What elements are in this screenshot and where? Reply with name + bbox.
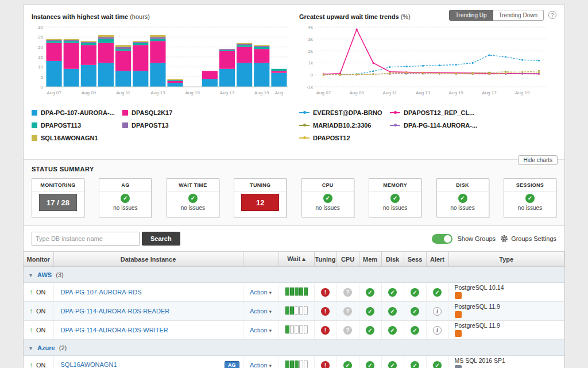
legend-item[interactable]: MARIADB10.2:3306	[299, 119, 390, 132]
trending-down-button[interactable]: Trending Down	[493, 10, 544, 21]
tuning-status-icon[interactable]: !	[321, 307, 330, 316]
legend-item[interactable]: EVEREST@DPA-BRNO	[299, 106, 390, 119]
line-chart[interactable]: -1k01k2k3k4kAug 07Aug 09Aug 11Aug 13Aug …	[299, 22, 552, 97]
cpu-status-icon[interactable]: ?	[343, 307, 352, 316]
sess-status-icon[interactable]: ✓	[411, 307, 419, 316]
status-card-memory[interactable]: MEMORY ✓ no issues	[369, 178, 421, 217]
disk-status-icon[interactable]: ✓	[388, 326, 397, 335]
mem-status-icon[interactable]: ✓	[366, 307, 374, 316]
group-row-aws[interactable]: ▾ AWS (3)	[24, 267, 564, 283]
show-groups-toggle[interactable]	[432, 234, 452, 244]
legend-item[interactable]: SQL16AWONAGN1	[32, 132, 122, 144]
wait-level-bars[interactable]	[285, 361, 308, 368]
status-card-sessions[interactable]: SESSIONS ✓ no issues	[504, 178, 556, 217]
mem-status-icon[interactable]: ✓	[366, 361, 374, 368]
sess-status-icon[interactable]: ✓	[411, 288, 419, 297]
help-icon[interactable]: ?	[548, 11, 556, 19]
toggle-knob	[444, 235, 451, 243]
legend-item[interactable]: DPAPOST12	[299, 132, 390, 144]
col-disk[interactable]: Disk	[381, 252, 404, 267]
col-type[interactable]: Type	[448, 252, 564, 267]
dropdown-caret-icon: ▾	[269, 290, 272, 296]
action-menu[interactable]: Action▾	[250, 308, 272, 315]
bar-chart[interactable]: 051015202530Aug 07Aug 09Aug 11Aug 13Aug …	[32, 22, 291, 97]
group-row-azure[interactable]: ▾ Azure (2)	[24, 340, 564, 356]
col-sess[interactable]: Sess	[404, 252, 426, 267]
col-database-instance[interactable]: Database Instance	[53, 252, 243, 267]
legend-label: DPAPOST13	[131, 122, 169, 129]
ok-check-icon: ✓	[458, 194, 467, 203]
status-card-wait-time[interactable]: WAIT TIME ✓ no issues	[167, 178, 219, 217]
legend-label: DPA-PG-107-AURORA-...	[41, 109, 115, 116]
instance-link[interactable]: DPA-PG-114-AURORA-RDS-WRITER	[61, 327, 168, 334]
legend-item[interactable]: DPAPOST12_REP_CL...	[390, 106, 481, 119]
instance-link[interactable]: SQL16AWONAGN1	[61, 361, 117, 368]
legend-swatch	[32, 135, 37, 141]
action-menu[interactable]: Action▾	[250, 289, 272, 296]
status-card-tuning[interactable]: TUNING 12	[234, 178, 287, 217]
sort-asc-icon: ▴	[302, 255, 305, 262]
search-button[interactable]: Search	[142, 232, 180, 246]
svg-text:20: 20	[38, 45, 43, 50]
monitoring-on-icon: ↑	[29, 361, 33, 368]
svg-text:0: 0	[311, 72, 314, 78]
action-menu[interactable]: Action▾	[250, 362, 272, 368]
main-panel: Trending Up Trending Down ? Instances wi…	[23, 5, 565, 368]
wait-level-bars[interactable]	[285, 288, 308, 296]
col-wait[interactable]: Wait ▴	[278, 252, 314, 267]
collapse-caret-icon[interactable]: ▾	[29, 272, 32, 278]
mem-status-icon[interactable]: ✓	[366, 288, 374, 297]
action-menu[interactable]: Action▾	[250, 327, 272, 334]
svg-text:Aug 19: Aug 19	[254, 90, 269, 95]
alert-status-icon[interactable]: i	[433, 326, 442, 335]
svg-text:1k: 1k	[308, 60, 314, 66]
alert-status-icon[interactable]: ✓	[433, 361, 442, 368]
status-card-disk[interactable]: DISK ✓ no issues	[436, 178, 489, 217]
legend-item[interactable]: DPA-PG-107-AURORA-...	[32, 106, 122, 119]
wait-level-bars[interactable]	[285, 325, 308, 334]
mssql-lock-icon	[455, 365, 462, 368]
legend-item[interactable]: DPAPOST113	[32, 119, 122, 132]
trending-up-button[interactable]: Trending Up	[449, 10, 493, 21]
disk-status-icon[interactable]: ✓	[388, 288, 397, 297]
search-input[interactable]	[32, 232, 140, 246]
cpu-status-icon[interactable]: ?	[343, 326, 352, 335]
mem-status-icon[interactable]: ✓	[366, 326, 374, 335]
wait-level-bars[interactable]	[285, 306, 308, 315]
legend-swatch	[32, 122, 37, 128]
alert-status-icon[interactable]: i	[433, 307, 442, 316]
legend-item[interactable]: DPA-PG-114-AURORA-...	[390, 119, 481, 132]
alert-status-icon[interactable]: ✓	[433, 288, 442, 297]
table-header-row: Monitor Database Instance Wait ▴ Tuning …	[24, 252, 564, 267]
col-cpu[interactable]: CPU	[336, 252, 359, 267]
status-card-ag[interactable]: AG ✓ no issues	[99, 178, 152, 217]
tuning-status-icon[interactable]: !	[321, 361, 330, 368]
tuning-status-icon[interactable]: !	[321, 288, 330, 297]
status-card-cpu[interactable]: CPU ✓ no issues	[301, 178, 354, 217]
collapse-caret-icon[interactable]: ▾	[29, 345, 32, 351]
instance-link[interactable]: DPA-PG-114-AURORA-RDS-READER	[61, 308, 170, 315]
instance-link[interactable]: DPA-PG-107-AURORA-RDS	[61, 289, 142, 296]
col-monitor[interactable]: Monitor	[24, 252, 53, 267]
svg-text:Aug 07: Aug 07	[316, 90, 331, 95]
svg-text:0: 0	[41, 85, 44, 90]
col-tuning[interactable]: Tuning	[314, 252, 336, 267]
legend-item[interactable]: DPAPOST13	[122, 119, 213, 132]
postgresql-icon	[455, 330, 462, 337]
cpu-status-icon[interactable]: ?	[343, 288, 352, 297]
sess-status-icon[interactable]: ✓	[411, 326, 419, 335]
hide-charts-button[interactable]: Hide charts	[518, 155, 558, 165]
status-card-monitoring[interactable]: MONITORING 17 / 28	[32, 178, 84, 217]
col-mem[interactable]: Mem	[359, 252, 381, 267]
groups-settings-button[interactable]: Groups Settings	[500, 235, 556, 243]
legend-item[interactable]: DPASQL2K17	[122, 106, 213, 119]
svg-text:2k: 2k	[308, 49, 314, 54]
sess-status-icon[interactable]: ✓	[411, 361, 419, 368]
cpu-status-icon[interactable]: ✓	[343, 361, 352, 368]
disk-status-icon[interactable]: ✓	[388, 307, 397, 316]
disk-status-icon[interactable]: ✓	[388, 361, 397, 368]
col-alert[interactable]: Alert	[426, 252, 448, 267]
legend-label: DPAPOST12	[313, 135, 350, 141]
svg-text:Aug 11: Aug 11	[116, 90, 130, 95]
tuning-status-icon[interactable]: !	[321, 326, 330, 335]
